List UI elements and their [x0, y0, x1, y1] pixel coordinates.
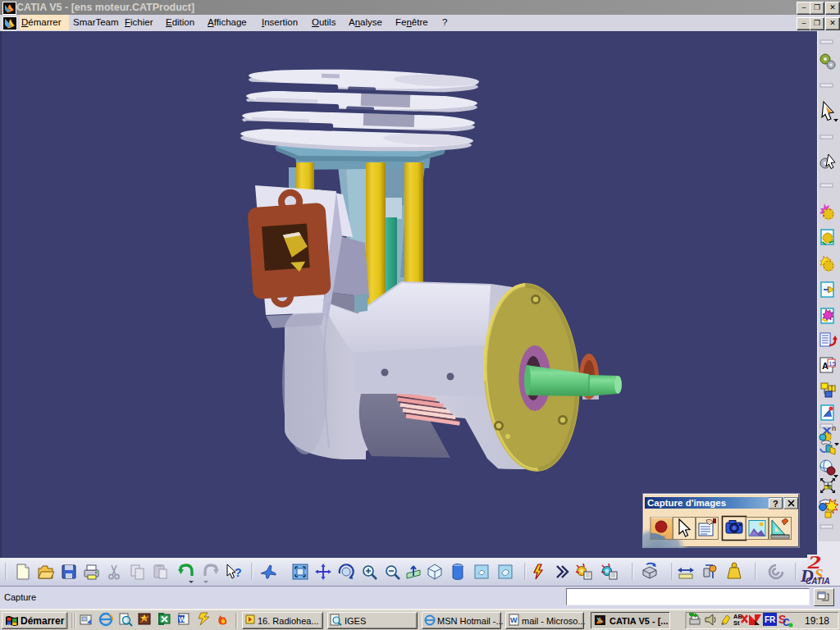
svg-text:15: 15 [829, 360, 836, 368]
svg-text:?: ? [235, 566, 242, 579]
svg-text:?: ? [773, 499, 778, 509]
svg-text:19:18: 19:18 [805, 615, 829, 627]
svg-text:Capture d'images: Capture d'images [647, 498, 726, 508]
svg-text:FR: FR [765, 615, 776, 624]
svg-text:W: W [179, 615, 186, 623]
svg-text:C: C [783, 617, 790, 628]
svg-text:W: W [510, 616, 518, 624]
svg-text:St: St [733, 619, 740, 627]
svg-text:16. Radiohea...: 16. Radiohea... [258, 616, 319, 626]
svg-text:mail - Microso...: mail - Microso... [522, 616, 586, 626]
svg-text:MSN Hotmail -...: MSN Hotmail -... [437, 616, 504, 626]
svg-text:IGES: IGES [345, 616, 366, 626]
svg-text:Démarrer: Démarrer [21, 615, 65, 627]
svg-text:CATIA V5 - [...: CATIA V5 - [... [609, 616, 669, 626]
svg-text:CATIA: CATIA [806, 577, 830, 586]
